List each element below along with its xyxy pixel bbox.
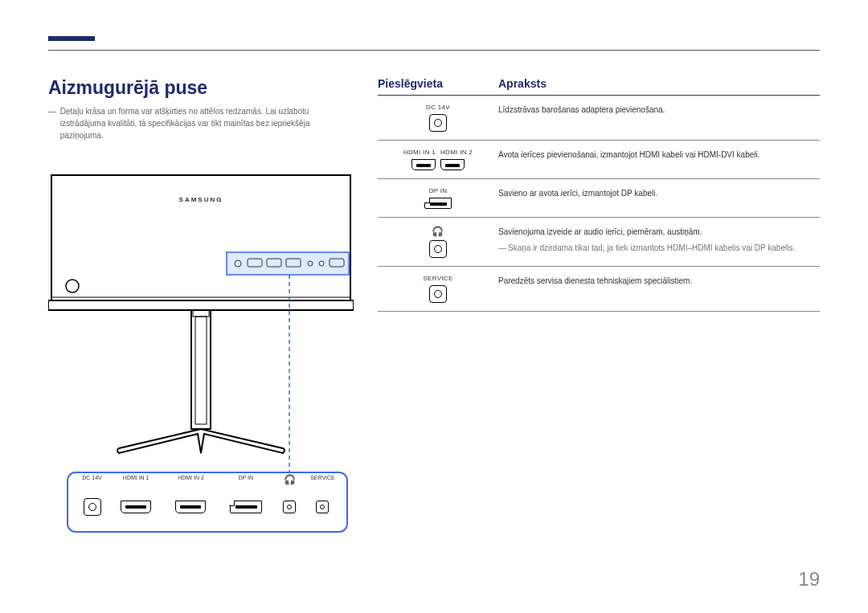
svg-point-3 <box>66 280 79 292</box>
port-label-hdmi1: HDMI IN 1 <box>403 149 436 156</box>
zoom-label-service: SERVICE <box>306 475 339 487</box>
table-row-hdmi: HDMI IN 1 HDMI IN 2 Avota ierīces pievie… <box>378 141 820 179</box>
port-cell-dp: DP IN <box>378 186 498 209</box>
table-header-desc: Apraksts <box>498 77 820 90</box>
desc-dc: Līdzstrāvas barošanas adaptera pievienoš… <box>498 102 820 116</box>
right-column: Pieslēgvieta Apraksts DC 14V Līdzstrāvas… <box>378 77 820 461</box>
intro-note-text: Detaļu krāsa un forma var atšķirties no … <box>60 105 353 141</box>
zoom-label-hdmi1: HDMI IN 1 <box>108 475 163 487</box>
svg-rect-5 <box>195 317 207 424</box>
zoom-panel: DC 14V HDMI IN 1 HDMI IN 2 DP IN 🎧 SERVI… <box>68 472 347 532</box>
desc-headphone-text: Savienojuma izveide ar audio ierīci, pie… <box>498 226 820 239</box>
port-label-hdmi: HDMI IN 1 HDMI IN 2 <box>403 149 473 156</box>
left-column: Aizmugurējā puse ― Detaļu krāsa un forma… <box>48 77 354 461</box>
table-row-headphone: 🎧 Savienojuma izveide ar audio ierīci, p… <box>378 218 820 267</box>
note-dash: ― <box>48 105 58 117</box>
port-cell-hdmi: HDMI IN 1 HDMI IN 2 <box>378 147 498 170</box>
desc-service: Paredzēts servisa dienesta tehniskajiem … <box>498 273 820 288</box>
table-header: Pieslēgvieta Apraksts <box>378 77 820 96</box>
port-cell-headphone: 🎧 <box>378 224 498 258</box>
svg-rect-0 <box>51 175 350 300</box>
desc-dp: Savieno ar avota ierīci, izmantojot DP k… <box>498 186 820 200</box>
port-icon-service <box>429 285 447 303</box>
zoom-icon-dp <box>219 501 273 513</box>
port-icon-dp <box>424 198 452 209</box>
port-label-hdmi2: HDMI IN 2 <box>440 149 473 156</box>
brand-text: SAMSUNG <box>48 196 354 203</box>
zoom-label-headphone: 🎧 <box>273 475 306 487</box>
page-number: 19 <box>798 568 820 591</box>
svg-rect-4 <box>193 310 209 317</box>
accent-bar <box>48 36 95 41</box>
table-row-dc: DC 14V Līdzstrāvas barošanas adaptera pi… <box>378 96 820 141</box>
port-cell-dc: DC 14V <box>378 102 498 132</box>
content-area: Aizmugurējā puse ― Detaļu krāsa un forma… <box>48 77 820 461</box>
desc-headphone: Savienojuma izveide ar audio ierīci, pie… <box>498 224 820 255</box>
port-label-service: SERVICE <box>423 275 452 282</box>
port-icon-dc <box>429 114 447 132</box>
subnote-text: Skaņa ir dzirdama tikai tad, ja tiek izm… <box>508 243 795 252</box>
zoom-icon-service <box>306 501 339 513</box>
zoom-icon-hdmi2 <box>163 501 218 513</box>
svg-rect-1 <box>48 300 354 310</box>
intro-note: ― Detaļu krāsa un forma var atšķirties n… <box>48 105 354 141</box>
zoom-label-hdmi2: HDMI IN 2 <box>163 475 218 487</box>
desc-headphone-note: ―Skaņa ir dzirdama tikai tad, ja tiek iz… <box>498 242 820 255</box>
zoom-icons-row <box>68 487 347 532</box>
subnote-dash: ― <box>498 242 508 255</box>
zoom-icon-headphone <box>273 501 306 513</box>
port-label-dc: DC 14V <box>426 104 450 111</box>
document-page: Aizmugurējā puse ― Detaļu krāsa un forma… <box>0 0 868 613</box>
section-title: Aizmugurējā puse <box>48 77 354 99</box>
monitor-rear-diagram: SAMSUNG DC 14V HDMI IN 1 HDMI IN 2 DP IN… <box>48 156 354 461</box>
headphone-icon: 🎧 <box>432 226 444 237</box>
zoom-label-dc: DC 14V <box>76 475 108 487</box>
port-icon-hdmi <box>411 159 465 170</box>
port-label-dp: DP IN <box>429 187 448 194</box>
desc-hdmi: Avota ierīces pievienošanai, izmantojot … <box>498 147 820 161</box>
port-icon-headphone <box>429 240 447 258</box>
table-row-dp: DP IN Savieno ar avota ierīci, izmantojo… <box>378 179 820 218</box>
table-header-port: Pieslēgvieta <box>378 77 498 90</box>
zoom-labels-row: DC 14V HDMI IN 1 HDMI IN 2 DP IN 🎧 SERVI… <box>68 472 347 487</box>
top-divider <box>48 50 820 51</box>
svg-rect-6 <box>227 252 349 275</box>
port-cell-service: SERVICE <box>378 273 498 303</box>
zoom-icon-hdmi1 <box>108 501 163 513</box>
table-row-service: SERVICE Paredzēts servisa dienesta tehni… <box>378 267 820 312</box>
zoom-icon-dc <box>76 498 108 516</box>
zoom-label-dp: DP IN <box>219 475 273 487</box>
